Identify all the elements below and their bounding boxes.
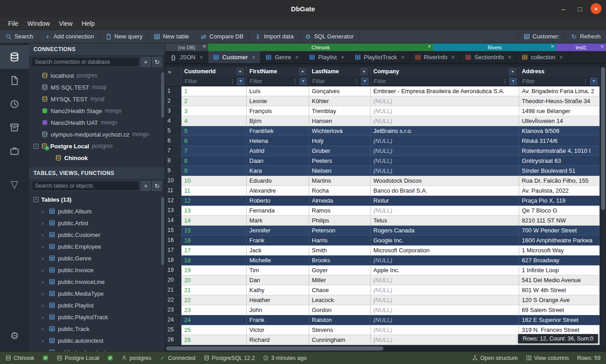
cell-firstname[interactable]: Victor: [247, 325, 309, 335]
tab-riverinfo[interactable]: RiverInfo×: [410, 51, 461, 63]
cell-address[interactable]: Qe 7 Bloco G: [519, 206, 600, 216]
column-menu-button[interactable]: ▾: [509, 68, 516, 75]
cell-company[interactable]: (NULL): [371, 295, 519, 305]
cell-firstname[interactable]: Helena: [247, 136, 309, 146]
toolbar-new-query[interactable]: New query: [100, 30, 148, 43]
cell-customerid[interactable]: 18: [181, 255, 247, 265]
table-item-public-playlisttrack[interactable]: ›public.PlaylistTrack: [29, 311, 165, 323]
cell-customerid[interactable]: 9: [181, 166, 247, 176]
row-number[interactable]: 10: [165, 176, 181, 186]
table-item-public-invoiceline[interactable]: ›public.InvoiceLine: [29, 276, 165, 288]
cell-firstname[interactable]: Kara: [247, 166, 309, 176]
add-connection-mini-button[interactable]: +: [141, 57, 151, 67]
cell-lastname[interactable]: Goyer: [309, 265, 371, 275]
filter-funnel-button[interactable]: [510, 78, 517, 85]
close-icon[interactable]: ×: [203, 43, 206, 50]
menu-item-file[interactable]: File: [4, 17, 23, 29]
cell-company[interactable]: Apple Inc.: [371, 265, 519, 275]
cell-firstname[interactable]: Richard: [247, 335, 309, 345]
cell-customerid[interactable]: 12: [181, 196, 247, 206]
table-item-public-mediatype[interactable]: ›public.MediaType: [29, 288, 165, 299]
cell-address[interactable]: Theodor-Heuss-Straße 34: [519, 96, 600, 106]
cell-lastname[interactable]: Peterson: [309, 226, 371, 236]
cell-lastname[interactable]: Nielsen: [309, 166, 371, 176]
kebab-menu-icon[interactable]: ⋮: [292, 78, 298, 85]
cell-address[interactable]: Grétrystraat 63: [519, 156, 600, 166]
cell-company[interactable]: Microsoft Corporation: [371, 246, 519, 255]
cell-firstname[interactable]: Astrid: [247, 146, 309, 156]
cell-lastname[interactable]: Smith: [309, 246, 371, 255]
table-item-public-track[interactable]: ›public.Track: [29, 323, 165, 335]
vertical-scrollbar[interactable]: [600, 66, 606, 345]
status-postgresql-12-2[interactable]: PostgreSQL 12.2: [204, 355, 255, 361]
cell-company[interactable]: (NULL): [371, 335, 519, 345]
cell-company[interactable]: (NULL): [371, 106, 519, 116]
cell-firstname[interactable]: Frank: [247, 315, 309, 325]
column-menu-button[interactable]: ▾: [237, 68, 243, 75]
cell-lastname[interactable]: Tremblay: [309, 106, 371, 116]
row-number[interactable]: 13: [165, 206, 181, 216]
cell-company[interactable]: Banco do Brasil S.A.: [371, 186, 519, 196]
cell-lastname[interactable]: Philips: [309, 216, 371, 226]
column-header-customerid[interactable]: CustomerId▾: [181, 66, 247, 76]
cell-company[interactable]: JetBrains s.r.o.: [371, 126, 519, 136]
db-group-rivers[interactable]: Rivers×: [433, 43, 556, 51]
close-icon[interactable]: ×: [551, 43, 554, 50]
table-item-public-genre[interactable]: ›public.Genre: [29, 252, 165, 264]
row-number[interactable]: 19: [165, 265, 181, 275]
db-group-test1[interactable]: test1×: [556, 43, 606, 51]
cell-company[interactable]: (NULL): [371, 146, 519, 156]
db-group-chinook[interactable]: Chinook×: [208, 43, 433, 51]
cell-lastname[interactable]: Cunningham: [309, 335, 371, 345]
tables-scrollbar[interactable]: [161, 197, 164, 265]
cell-company[interactable]: (NULL): [371, 116, 519, 126]
cell-lastname[interactable]: Leacock: [309, 295, 371, 305]
row-number[interactable]: 4: [165, 116, 181, 126]
cell-company[interactable]: (NULL): [371, 166, 519, 176]
toolbar-new-table[interactable]: New table: [148, 30, 195, 43]
cell-firstname[interactable]: Daan: [247, 156, 309, 166]
cell-customerid[interactable]: 11: [181, 186, 247, 196]
table-item-public-booleantest[interactable]: ›public.booleantest: [29, 346, 165, 351]
column-menu-button[interactable]: ▾: [299, 68, 306, 75]
cell-lastname[interactable]: Rocha: [309, 186, 371, 196]
refresh-connections-button[interactable]: ↻: [152, 57, 162, 67]
toolbar-search[interactable]: Search: [0, 30, 39, 43]
connection-search-input[interactable]: [32, 57, 139, 67]
hscroll-thumb[interactable]: [166, 346, 383, 350]
cell-address[interactable]: Klanova 9/506: [519, 126, 600, 136]
cell-address[interactable]: 627 Broadway: [519, 255, 600, 265]
connection-ms-sql-test[interactable]: MS SQL TESTmssql: [29, 81, 165, 93]
status-rows-59[interactable]: Rows: 59: [577, 355, 601, 361]
cell-company[interactable]: (NULL): [371, 96, 519, 106]
row-number[interactable]: 17: [165, 246, 181, 255]
activity-plugins[interactable]: [0, 139, 29, 163]
cell-lastname[interactable]: Peeters: [309, 156, 371, 166]
cell-company[interactable]: Woodstock Discos: [371, 176, 519, 186]
menu-item-help[interactable]: Help: [77, 17, 99, 29]
cell-firstname[interactable]: Leonie: [247, 96, 309, 106]
cell-company[interactable]: (NULL): [371, 275, 519, 285]
column-header-firstname[interactable]: FirstName▾: [247, 66, 309, 76]
status-chinook[interactable]: Chinook: [5, 355, 34, 361]
kebab-menu-icon[interactable]: ⋮: [354, 78, 359, 85]
table-item-public-artist[interactable]: ›public.Artist: [29, 217, 165, 229]
row-number[interactable]: 8: [165, 156, 181, 166]
row-number[interactable]: 26: [165, 335, 181, 345]
tables-search-input[interactable]: [32, 181, 139, 191]
cell-customerid[interactable]: 2: [181, 96, 247, 106]
add-table-mini-button[interactable]: +: [141, 181, 151, 191]
filter-funnel-button[interactable]: [590, 78, 597, 85]
tables-group-header[interactable]: −Tables (13): [29, 194, 165, 205]
tab-genre[interactable]: Genre×: [261, 51, 304, 63]
kebab-menu-icon[interactable]: ⋮: [583, 78, 588, 85]
cell-customerid[interactable]: 6: [181, 136, 247, 146]
connection-mysql-test[interactable]: MYSQL TESTmysql: [29, 93, 165, 105]
cell-firstname[interactable]: František: [247, 126, 309, 136]
cell-company[interactable]: (NULL): [371, 305, 519, 315]
cell-customerid[interactable]: 1: [181, 86, 247, 96]
close-icon[interactable]: ×: [200, 54, 203, 61]
cell-lastname[interactable]: Gordon: [309, 305, 371, 315]
connection-chinook[interactable]: Chinook: [29, 152, 165, 164]
cell-company[interactable]: (NULL): [371, 156, 519, 166]
